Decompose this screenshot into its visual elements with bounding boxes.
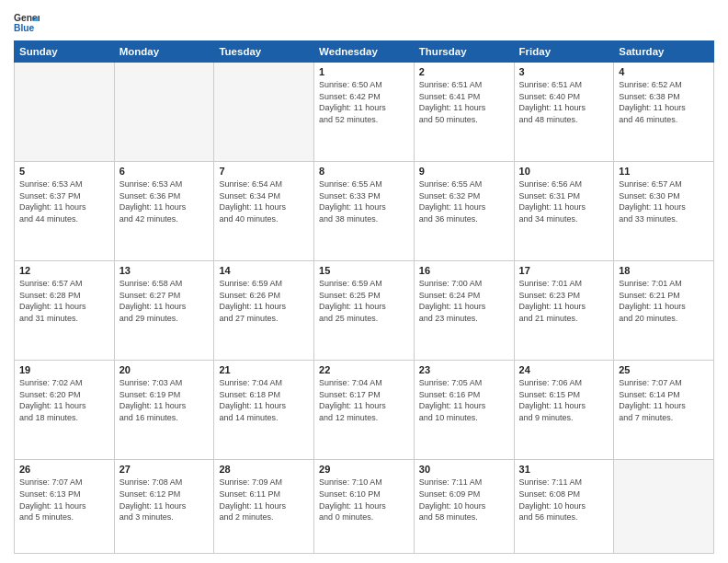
day-number: 12 [19,265,109,276]
day-number: 31 [519,464,609,475]
weekday-header-row: SundayMondayTuesdayWednesdayThursdayFrid… [15,41,714,63]
cell-info: Sunrise: 7:10 AM Sunset: 6:10 PM Dayligh… [319,477,409,523]
cell-info: Sunrise: 7:00 AM Sunset: 6:24 PM Dayligh… [419,278,509,324]
calendar-cell: 17Sunrise: 7:01 AM Sunset: 6:23 PM Dayli… [514,261,614,361]
day-number: 21 [219,364,309,375]
cell-info: Sunrise: 7:04 AM Sunset: 6:18 PM Dayligh… [219,377,309,423]
weekday-header-monday: Monday [114,41,214,63]
cell-info: Sunrise: 6:55 AM Sunset: 6:32 PM Dayligh… [419,178,509,224]
calendar-cell: 25Sunrise: 7:07 AM Sunset: 6:14 PM Dayli… [614,361,714,460]
cell-info: Sunrise: 6:53 AM Sunset: 6:37 PM Dayligh… [19,178,109,224]
cell-info: Sunrise: 7:02 AM Sunset: 6:20 PM Dayligh… [19,377,109,423]
day-number: 25 [619,364,709,375]
calendar-cell: 20Sunrise: 7:03 AM Sunset: 6:19 PM Dayli… [114,361,214,460]
weekday-header-tuesday: Tuesday [214,41,314,63]
day-number: 15 [319,265,409,276]
calendar-cell: 4Sunrise: 6:52 AM Sunset: 6:38 PM Daylig… [614,63,714,162]
cell-info: Sunrise: 7:05 AM Sunset: 6:16 PM Dayligh… [419,377,509,423]
day-number: 16 [419,265,509,276]
calendar-cell: 26Sunrise: 7:07 AM Sunset: 6:13 PM Dayli… [15,460,115,554]
weekday-header-sunday: Sunday [15,41,115,63]
day-number: 8 [319,166,409,177]
day-number: 9 [419,166,509,177]
weekday-header-wednesday: Wednesday [314,41,415,63]
calendar-cell: 6Sunrise: 6:53 AM Sunset: 6:36 PM Daylig… [114,162,214,261]
week-row-2: 12Sunrise: 6:57 AM Sunset: 6:28 PM Dayli… [15,261,714,361]
day-number: 14 [219,265,309,276]
calendar-cell: 15Sunrise: 6:59 AM Sunset: 6:25 PM Dayli… [314,261,415,361]
calendar-cell: 22Sunrise: 7:04 AM Sunset: 6:17 PM Dayli… [314,361,415,460]
calendar-cell: 5Sunrise: 6:53 AM Sunset: 6:37 PM Daylig… [15,162,115,261]
calendar-cell: 16Sunrise: 7:00 AM Sunset: 6:24 PM Dayli… [414,261,514,361]
weekday-header-friday: Friday [514,41,614,63]
header: General Blue [14,9,714,35]
logo: General Blue [14,9,40,35]
page: General Blue SundayMondayTuesdayWednesda… [0,0,728,563]
day-number: 30 [419,464,509,475]
calendar-cell: 28Sunrise: 7:09 AM Sunset: 6:11 PM Dayli… [214,460,314,554]
cell-info: Sunrise: 6:54 AM Sunset: 6:34 PM Dayligh… [219,178,309,224]
week-row-1: 5Sunrise: 6:53 AM Sunset: 6:37 PM Daylig… [15,162,714,261]
cell-info: Sunrise: 6:59 AM Sunset: 6:26 PM Dayligh… [219,278,309,324]
calendar-cell: 11Sunrise: 6:57 AM Sunset: 6:30 PM Dayli… [614,162,714,261]
calendar-cell: 14Sunrise: 6:59 AM Sunset: 6:26 PM Dayli… [214,261,314,361]
weekday-header-thursday: Thursday [414,41,514,63]
day-number: 29 [319,464,409,475]
calendar-cell: 24Sunrise: 7:06 AM Sunset: 6:15 PM Dayli… [514,361,614,460]
cell-info: Sunrise: 6:57 AM Sunset: 6:30 PM Dayligh… [619,178,709,224]
calendar-cell [114,63,214,162]
cell-info: Sunrise: 6:58 AM Sunset: 6:27 PM Dayligh… [119,278,210,324]
day-number: 6 [119,166,210,177]
svg-text:General: General [14,13,40,23]
day-number: 26 [19,464,109,475]
cell-info: Sunrise: 7:04 AM Sunset: 6:17 PM Dayligh… [319,377,409,423]
calendar-cell: 2Sunrise: 6:51 AM Sunset: 6:41 PM Daylig… [414,63,514,162]
day-number: 13 [119,265,210,276]
calendar-cell [614,460,714,554]
calendar-cell: 12Sunrise: 6:57 AM Sunset: 6:28 PM Dayli… [15,261,115,361]
cell-info: Sunrise: 7:11 AM Sunset: 6:08 PM Dayligh… [519,477,609,523]
cell-info: Sunrise: 6:52 AM Sunset: 6:38 PM Dayligh… [619,79,709,125]
cell-info: Sunrise: 6:51 AM Sunset: 6:40 PM Dayligh… [519,79,609,125]
cell-info: Sunrise: 6:55 AM Sunset: 6:33 PM Dayligh… [319,178,409,224]
calendar-cell: 7Sunrise: 6:54 AM Sunset: 6:34 PM Daylig… [214,162,314,261]
calendar-cell: 29Sunrise: 7:10 AM Sunset: 6:10 PM Dayli… [314,460,415,554]
cell-info: Sunrise: 6:50 AM Sunset: 6:42 PM Dayligh… [319,79,409,125]
calendar-cell: 8Sunrise: 6:55 AM Sunset: 6:33 PM Daylig… [314,162,415,261]
day-number: 1 [319,66,409,77]
cell-info: Sunrise: 7:06 AM Sunset: 6:15 PM Dayligh… [519,377,609,423]
cell-info: Sunrise: 7:07 AM Sunset: 6:14 PM Dayligh… [619,377,709,423]
cell-info: Sunrise: 7:08 AM Sunset: 6:12 PM Dayligh… [119,477,210,523]
cell-info: Sunrise: 6:51 AM Sunset: 6:41 PM Dayligh… [419,79,509,125]
day-number: 5 [19,166,109,177]
cell-info: Sunrise: 7:07 AM Sunset: 6:13 PM Dayligh… [19,477,109,523]
calendar-cell [214,63,314,162]
calendar-cell: 10Sunrise: 6:56 AM Sunset: 6:31 PM Dayli… [514,162,614,261]
day-number: 17 [519,265,609,276]
day-number: 4 [619,66,709,77]
svg-text:Blue: Blue [14,23,35,33]
cell-info: Sunrise: 7:01 AM Sunset: 6:23 PM Dayligh… [519,278,609,324]
calendar-cell: 3Sunrise: 6:51 AM Sunset: 6:40 PM Daylig… [514,63,614,162]
day-number: 27 [119,464,210,475]
calendar-cell: 19Sunrise: 7:02 AM Sunset: 6:20 PM Dayli… [15,361,115,460]
day-number: 20 [119,364,210,375]
day-number: 23 [419,364,509,375]
cell-info: Sunrise: 7:01 AM Sunset: 6:21 PM Dayligh… [619,278,709,324]
week-row-3: 19Sunrise: 7:02 AM Sunset: 6:20 PM Dayli… [15,361,714,460]
calendar-cell: 9Sunrise: 6:55 AM Sunset: 6:32 PM Daylig… [414,162,514,261]
calendar-cell: 27Sunrise: 7:08 AM Sunset: 6:12 PM Dayli… [114,460,214,554]
cell-info: Sunrise: 6:59 AM Sunset: 6:25 PM Dayligh… [319,278,409,324]
cell-info: Sunrise: 7:11 AM Sunset: 6:09 PM Dayligh… [419,477,509,523]
calendar-cell: 18Sunrise: 7:01 AM Sunset: 6:21 PM Dayli… [614,261,714,361]
day-number: 10 [519,166,609,177]
day-number: 11 [619,166,709,177]
calendar-table: SundayMondayTuesdayWednesdayThursdayFrid… [14,40,714,554]
calendar-cell: 1Sunrise: 6:50 AM Sunset: 6:42 PM Daylig… [314,63,415,162]
logo-icon: General Blue [14,9,40,35]
calendar-cell: 30Sunrise: 7:11 AM Sunset: 6:09 PM Dayli… [414,460,514,554]
day-number: 22 [319,364,409,375]
calendar-cell: 21Sunrise: 7:04 AM Sunset: 6:18 PM Dayli… [214,361,314,460]
calendar-cell [15,63,115,162]
cell-info: Sunrise: 7:09 AM Sunset: 6:11 PM Dayligh… [219,477,309,523]
